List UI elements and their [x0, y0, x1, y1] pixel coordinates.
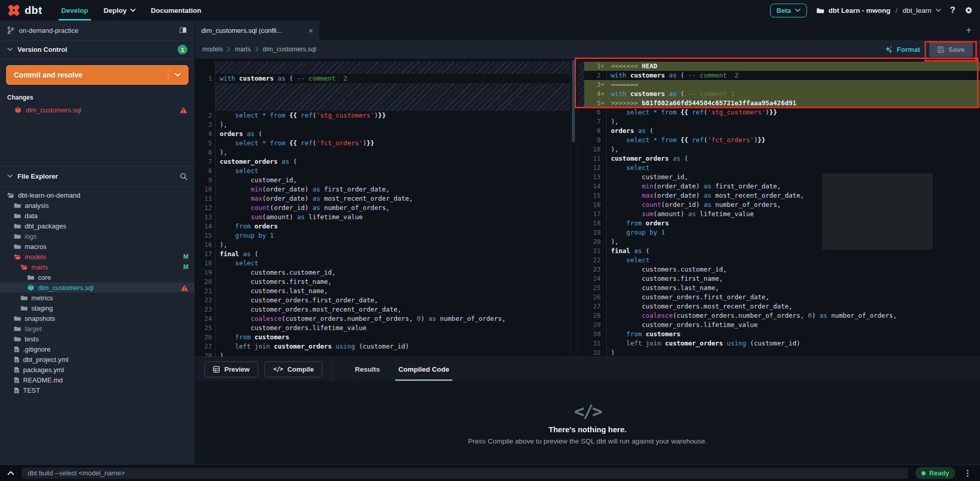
- code-line[interactable]: 15 group by 1: [195, 231, 570, 240]
- code-line[interactable]: 17final as (: [195, 249, 570, 259]
- code-line[interactable]: 29 customer_orders.lifetime_value: [578, 320, 980, 330]
- command-input[interactable]: [22, 468, 908, 479]
- code-line[interactable]: 20 customers.first_name,: [195, 277, 570, 286]
- code-line[interactable]: 8orders as (: [578, 126, 980, 136]
- tree-item-analysis[interactable]: analysis: [0, 200, 195, 210]
- nav-tab-documentation[interactable]: Documentation: [143, 0, 209, 21]
- code-line[interactable]: 27 customer_orders.most_recent_order_dat…: [578, 302, 980, 311]
- close-icon[interactable]: ×: [309, 26, 313, 35]
- code-line[interactable]: 3),: [195, 120, 570, 129]
- tree-item-target[interactable]: target: [0, 323, 195, 334]
- changed-file-row[interactable]: dim_customers.sql: [0, 104, 195, 116]
- tree-item-models[interactable]: modelsM: [0, 252, 195, 262]
- code-line[interactable]: 2with customers as ( -- comment 2: [578, 71, 980, 80]
- account-project-switcher[interactable]: dbt Learn - mwong / dbt_learn: [816, 7, 941, 14]
- code-line[interactable]: 22 select: [578, 256, 980, 265]
- code-line[interactable]: 12 count(order_id) as number_of_orders,: [195, 203, 570, 213]
- code-line[interactable]: 30 from customers: [578, 330, 980, 339]
- breadcrumb-item[interactable]: models: [202, 46, 223, 53]
- tree-item-.gitignore[interactable]: .gitignore: [0, 344, 195, 354]
- code-line[interactable]: 9 customer_id,: [195, 176, 570, 185]
- breadcrumb-item[interactable]: dim_customers.sql: [263, 46, 316, 53]
- search-icon[interactable]: [180, 172, 187, 180]
- scrollbar-thumb[interactable]: [572, 60, 575, 142]
- code-line[interactable]: 9 select * from {{ ref('fct_orders')}}: [578, 136, 980, 145]
- code-line[interactable]: 22 customer_orders.first_order_date,: [195, 296, 570, 305]
- code-line[interactable]: 28): [195, 351, 570, 357]
- new-tab-plus-icon[interactable]: +: [957, 25, 980, 36]
- book-icon[interactable]: [179, 27, 187, 34]
- code-line[interactable]: 25 customer_orders.lifetime_value: [195, 323, 570, 333]
- tree-item-dbt_packages[interactable]: dbt_packages: [0, 221, 195, 231]
- chevron-up-icon[interactable]: [7, 471, 14, 475]
- code-line[interactable]: 11customer_orders as (: [578, 154, 980, 163]
- compile-button[interactable]: </> Compile: [264, 361, 322, 377]
- beta-dropdown[interactable]: Beta: [770, 4, 807, 17]
- tree-item-macros[interactable]: macros: [0, 241, 195, 252]
- chevron-down-icon[interactable]: [168, 69, 181, 81]
- tree-item-marts[interactable]: martsM: [0, 262, 195, 272]
- code-line[interactable]: 24 coalesce(customer_orders.number_of_or…: [195, 314, 570, 323]
- commit-and-resolve-button[interactable]: Commit and resolve: [6, 65, 188, 85]
- code-line[interactable]: 10),: [578, 145, 980, 154]
- code-line[interactable]: 7customer_orders as (: [195, 157, 570, 166]
- nav-tab-deploy[interactable]: Deploy: [96, 0, 143, 21]
- code-line[interactable]: 6),: [195, 148, 570, 157]
- dbt-logo[interactable]: dbt: [7, 4, 42, 17]
- editor-tab-dim-customers[interactable]: dim_customers.sql (confli... ×: [195, 21, 319, 40]
- save-button[interactable]: Save: [929, 42, 973, 57]
- code-line[interactable]: 4+with customers as ( -- comment 1: [578, 89, 980, 99]
- code-line[interactable]: 31 left join customer_orders using (cust…: [578, 339, 980, 348]
- preview-button[interactable]: Preview: [204, 361, 258, 377]
- code-line[interactable]: 3+=======: [578, 80, 980, 89]
- file-explorer-header[interactable]: File Explorer: [0, 166, 195, 187]
- tree-item-README.md[interactable]: README.md: [0, 375, 195, 385]
- tree-item-dbt-learn-on-demand[interactable]: dbt-learn-on-demand: [0, 190, 195, 200]
- code-line[interactable]: 19 customers.customer_id,: [195, 268, 570, 277]
- code-line[interactable]: 1+<<<<<<< HEAD: [578, 62, 980, 71]
- code-line[interactable]: 7),: [578, 117, 980, 126]
- tab-results[interactable]: Results: [345, 357, 389, 381]
- code-line[interactable]: 8 select: [195, 166, 570, 176]
- code-line[interactable]: 24 customers.first_name,: [578, 274, 980, 283]
- code-line[interactable]: 18 select: [195, 259, 570, 268]
- code-line[interactable]: 26 customer_orders.first_order_date,: [578, 293, 980, 302]
- code-line[interactable]: 12 select: [578, 163, 980, 172]
- code-line[interactable]: 6 select * from {{ ref('stg_customers')}…: [578, 108, 980, 117]
- code-line[interactable]: 2 select * from {{ ref('stg_customers')}…: [195, 111, 570, 120]
- code-line[interactable]: 27 left join customer_orders using (cust…: [195, 342, 570, 351]
- tree-item-core[interactable]: core: [0, 272, 195, 282]
- format-button[interactable]: Format: [885, 46, 920, 53]
- help-icon[interactable]: ?: [950, 5, 955, 15]
- code-line[interactable]: 1with customers as ( -- comment 2: [195, 74, 570, 83]
- code-line[interactable]: 14 from orders: [195, 222, 570, 231]
- tab-compiled-code[interactable]: Compiled Code: [389, 357, 458, 381]
- code-line[interactable]: 21 customers.last_name,: [195, 286, 570, 296]
- breadcrumb-item[interactable]: marts: [235, 46, 251, 53]
- code-line[interactable]: 11 max(order_date) as most_recent_order_…: [195, 194, 570, 203]
- version-control-header[interactable]: Version Control 1: [0, 41, 195, 59]
- kebab-menu-icon[interactable]: ⋮: [963, 468, 973, 478]
- code-line[interactable]: 4orders as (: [195, 129, 570, 139]
- tree-item-snapshots[interactable]: snapshots: [0, 313, 195, 323]
- code-line[interactable]: 13 sum(amount) as lifetime_value: [195, 213, 570, 222]
- tree-item-TEST[interactable]: TEST: [0, 385, 195, 395]
- code-line[interactable]: 32): [578, 348, 980, 357]
- tree-item-metrics[interactable]: metrics: [0, 293, 195, 303]
- editor-scrollbar[interactable]: [570, 59, 578, 357]
- code-line[interactable]: 23 customer_orders.most_recent_order_dat…: [195, 305, 570, 314]
- tree-item-packages.yml[interactable]: packages.yml: [0, 364, 195, 375]
- tree-item-logs[interactable]: logs: [0, 231, 195, 241]
- nav-tab-develop[interactable]: Develop: [53, 0, 96, 21]
- gear-icon[interactable]: [965, 6, 973, 14]
- code-line[interactable]: 26 from customers: [195, 333, 570, 342]
- branch-row[interactable]: on-demand-practice: [0, 21, 195, 41]
- code-line[interactable]: 28 coalesce(customer_orders.number_of_or…: [578, 311, 980, 320]
- tree-item-data[interactable]: data: [0, 210, 195, 221]
- tree-item-tests[interactable]: tests: [0, 334, 195, 344]
- code-line[interactable]: 16),: [195, 240, 570, 249]
- tree-item-dim_customers.sql[interactable]: dim_customers.sql: [0, 282, 195, 293]
- code-line[interactable]: 5+>>>>>>> b81f802a66fd544504c65721e3ffaa…: [578, 99, 980, 108]
- tree-item-dbt_project.yml[interactable]: dbt_project.yml: [0, 354, 195, 364]
- code-line[interactable]: 5 select * from {{ ref('fct_orders')}}: [195, 139, 570, 148]
